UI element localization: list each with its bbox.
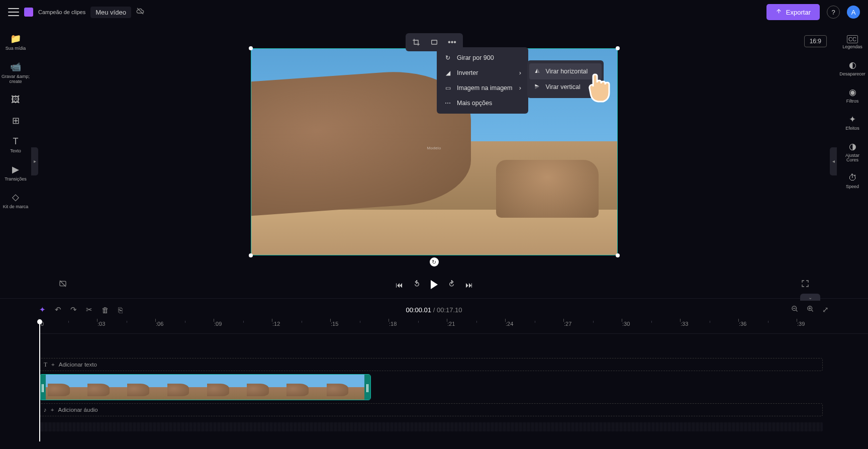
sidebar-item-library[interactable]: 🖼 — [0, 89, 31, 110]
app-logo-icon — [24, 8, 33, 17]
ruler-tick: :03 — [98, 321, 105, 327]
hide-preview-icon[interactable] — [59, 280, 67, 290]
menu-label: Inverter — [457, 69, 478, 76]
undo-button[interactable]: ↶ — [55, 305, 61, 314]
menu-label: Girar por 900 — [457, 54, 494, 61]
zoom-fit-button[interactable]: ⤢ — [822, 305, 829, 314]
menu-picture-in-picture[interactable]: ▭ Imagem na imagem › — [437, 80, 528, 96]
menu-more-options[interactable]: ⋯ Mais opções — [437, 96, 528, 111]
magic-ai-button[interactable]: ✦ — [39, 305, 46, 314]
clip-left-handle[interactable]: ‖ — [40, 375, 46, 400]
text-track-icon: T — [44, 362, 47, 368]
ruler-tick: :30 — [622, 321, 630, 327]
ruler-tick: :39 — [797, 321, 805, 327]
track-label: Adicionar texto — [59, 362, 97, 368]
ruler-tick: :33 — [681, 321, 688, 327]
sidebar-item-text[interactable]: T Texto — [0, 131, 31, 159]
top-bar: Campeão de clipes Meu vídeo Exportar ? A — [0, 0, 868, 24]
rotate-handle[interactable]: ↻ — [430, 257, 439, 266]
sidebar-item-captions[interactable]: CC Legendas — [837, 30, 868, 55]
redo-button[interactable]: ↷ — [70, 305, 77, 314]
text-icon: T — [13, 136, 19, 147]
sidebar-label: Filtros — [846, 99, 859, 104]
split-button[interactable]: ✂ — [86, 305, 92, 314]
pip-icon: ▭ — [444, 84, 452, 92]
submenu-label: Virar vertical — [546, 83, 581, 91]
selection-handle-top-right[interactable] — [616, 46, 620, 50]
effects-icon: ✦ — [849, 114, 856, 125]
folder-icon: 📁 — [10, 33, 21, 44]
skip-start-button[interactable]: ⏮ — [396, 281, 403, 289]
menu-rotate-90[interactable]: ↻ Girar por 900 — [437, 50, 528, 65]
track-label: Adicionar áudio — [58, 407, 98, 413]
timeline-panel: ⌄ ✦ ↶ ↷ ✂ 🗑 ⎘ 00:00.01 / 00:17.10 ⤢ :0:0… — [0, 298, 868, 449]
hamburger-menu-icon[interactable] — [8, 8, 19, 16]
skip-forward-button[interactable] — [448, 280, 455, 289]
watermark-text: Modelo — [427, 145, 441, 150]
playback-controls: ⏮ ⏭ — [31, 280, 837, 289]
menu-label: Mais opções — [457, 100, 492, 107]
sidebar-item-transitions[interactable]: ▶ Transições — [0, 159, 31, 187]
ellipsis-icon: ⋯ — [444, 100, 452, 107]
sidebar-item-brand[interactable]: ◇ Kit de marca — [0, 187, 31, 215]
delete-button[interactable]: 🗑 — [102, 306, 109, 314]
cloud-sync-off-icon[interactable] — [136, 7, 144, 17]
sidebar-item-record[interactable]: 📹 Gravar &amp; create — [0, 56, 31, 89]
ruler-tick: :06 — [156, 321, 163, 327]
selection-handle-bottom-left[interactable] — [249, 253, 253, 257]
sidebar-label: Ajustar Cores — [845, 153, 859, 163]
svg-rect-1 — [431, 40, 437, 44]
video-title-field[interactable]: Meu vídeo — [90, 7, 131, 18]
sidebar-item-templates[interactable]: ⊞ — [0, 110, 31, 131]
svg-line-6 — [796, 310, 797, 311]
playhead[interactable] — [39, 321, 40, 441]
flip-icon: ◢ — [444, 69, 452, 76]
add-icon: + — [51, 407, 54, 413]
aspect-ratio-selector[interactable]: 16:9 — [804, 35, 827, 47]
skip-back-button[interactable] — [413, 280, 421, 289]
sidebar-label: Efeitos — [845, 126, 859, 131]
app-brand-label: Campeão de clipes — [38, 9, 85, 15]
audio-track-icon: ♪ — [44, 407, 47, 413]
camera-icon: 📹 — [10, 61, 21, 72]
fullscreen-button[interactable] — [801, 280, 809, 290]
clip-right-handle[interactable]: ‖ — [364, 375, 370, 400]
zoom-out-button[interactable] — [791, 305, 799, 314]
crop-button[interactable] — [408, 35, 425, 49]
image-stack-icon: 🖼 — [11, 95, 20, 105]
sidebar-label: Kit de marca — [3, 205, 29, 210]
help-icon[interactable]: ? — [827, 6, 840, 19]
collapse-timeline-button[interactable]: ⌄ — [800, 294, 820, 301]
sidebar-item-adjust-colors[interactable]: ◑ Ajustar Cores — [837, 136, 868, 168]
sidebar-item-fade[interactable]: ◐ Desaparecer — [837, 55, 868, 82]
zoom-in-button[interactable] — [807, 305, 814, 314]
speed-icon: ⏱ — [848, 173, 857, 183]
selection-handle-top-left[interactable] — [249, 46, 253, 50]
sidebar-item-speed[interactable]: ⏱ Speed — [837, 168, 868, 195]
video-clip[interactable]: ‖ ‖ — [39, 374, 371, 400]
total-time: 00:17.10 — [437, 306, 462, 314]
duplicate-button[interactable]: ⎘ — [118, 306, 123, 314]
audio-waveform-strip — [39, 422, 823, 431]
filters-icon: ◉ — [849, 87, 856, 98]
ruler-tick: :24 — [506, 321, 513, 327]
play-button[interactable] — [431, 280, 438, 289]
menu-label: Imagem na imagem — [457, 84, 512, 92]
user-avatar[interactable]: A — [847, 6, 860, 19]
ellipsis-icon: ••• — [448, 38, 456, 47]
ruler-tick: :12 — [272, 321, 280, 327]
color-adjust-icon: ◑ — [849, 141, 856, 152]
timecode-display: 00:00.01 / 00:17.10 — [406, 306, 462, 314]
timeline-ruler[interactable]: :0:03:06:09:12:15:18:21:24:27:30:33:36:3… — [39, 321, 868, 334]
collapse-right-panel-button[interactable]: ◂ — [830, 147, 837, 175]
sidebar-item-effects[interactable]: ✦ Efeitos — [837, 109, 868, 136]
skip-end-button[interactable]: ⏭ — [465, 281, 473, 289]
export-button[interactable]: Exportar — [766, 4, 820, 20]
selection-handle-bottom-right[interactable] — [616, 253, 620, 257]
right-sidebar: CC Legendas ◐ Desaparecer ◉ Filtros ✦ Ef… — [837, 24, 868, 298]
sidebar-item-media[interactable]: 📁 Sua mídia — [0, 28, 31, 56]
sidebar-item-filters[interactable]: ◉ Filtros — [837, 82, 868, 109]
text-track-placeholder[interactable]: T + Adicionar texto — [39, 358, 823, 371]
audio-track-placeholder[interactable]: ♪ + Adicionar áudio — [39, 403, 823, 416]
menu-flip[interactable]: ◢ Inverter › — [437, 65, 528, 80]
